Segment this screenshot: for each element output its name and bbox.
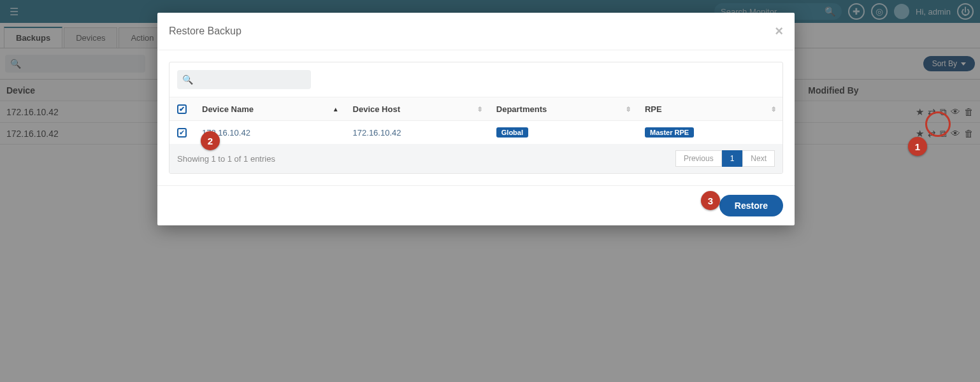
annotation-1: 1 [908, 137, 927, 156]
cell-device-host: 172.16.10.42 [345, 121, 489, 145]
modal-title: Restore Backup [169, 25, 241, 37]
modal-search[interactable]: 🔍 [177, 70, 311, 89]
annotation-2: 2 [201, 131, 220, 150]
select-all-checkbox[interactable]: ✔ [177, 104, 187, 114]
restore-button[interactable]: Restore [719, 195, 783, 216]
rpe-badge: Master RPE [645, 127, 694, 138]
col-departments[interactable]: Departments⇳ [489, 97, 637, 121]
annotation-3: 3 [701, 191, 720, 210]
department-badge: Global [496, 127, 528, 138]
close-icon[interactable]: × [775, 23, 783, 39]
prev-button[interactable]: Previous [675, 150, 722, 167]
restore-backup-modal: Restore Backup × 🔍 ✔ Device Name▲ Device… [157, 13, 795, 225]
page-1-button[interactable]: 1 [722, 150, 743, 167]
table-row[interactable]: ✔ 172.16.10.42 172.16.10.42 Global Maste… [169, 121, 782, 145]
col-rpe[interactable]: RPE⇳ [637, 97, 782, 121]
sort-asc-icon: ▲ [333, 106, 339, 113]
entries-info: Showing 1 to 1 of 1 entries [177, 154, 275, 164]
annotation-ring-1 [925, 111, 951, 137]
col-device-name[interactable]: Device Name▲ [194, 97, 345, 121]
row-checkbox[interactable]: ✔ [177, 128, 187, 138]
sort-icon: ⇳ [477, 106, 482, 113]
sort-icon: ⇳ [626, 106, 631, 113]
col-device-host[interactable]: Device Host⇳ [345, 97, 489, 121]
next-button[interactable]: Next [742, 150, 775, 167]
sort-icon: ⇳ [771, 106, 776, 113]
pagination: Previous 1 Next [675, 150, 775, 167]
search-icon: 🔍 [182, 74, 193, 85]
